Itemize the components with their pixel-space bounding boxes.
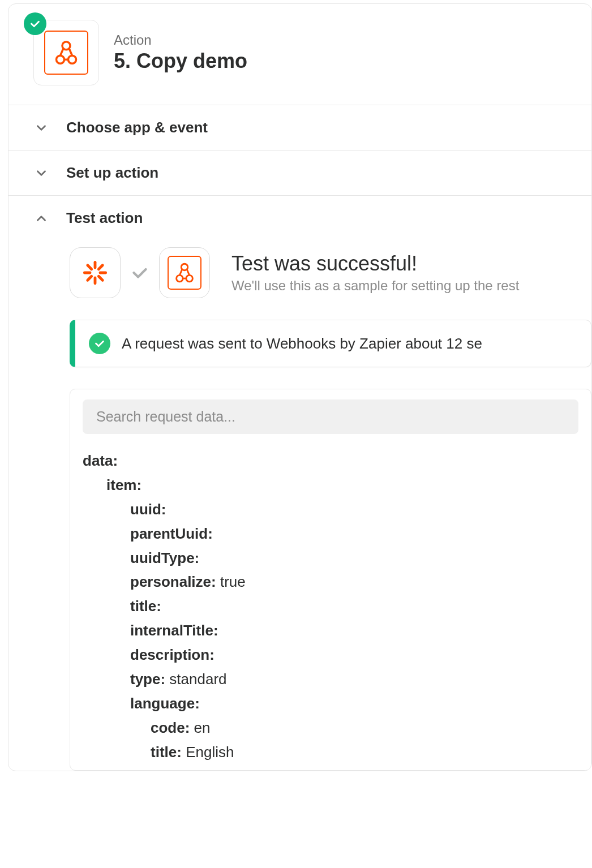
svg-rect-10 <box>97 274 105 282</box>
data-panel: data: item: uuid: parentUuid: uuidType: … <box>70 389 591 771</box>
svg-rect-7 <box>97 263 105 271</box>
success-badge <box>24 12 46 35</box>
test-body: Test was successful! We'll use this as a… <box>8 240 591 771</box>
test-text: Test was successful! We'll use this as a… <box>231 252 519 294</box>
svg-rect-5 <box>83 272 92 274</box>
svg-point-1 <box>68 55 76 63</box>
svg-point-2 <box>62 42 70 50</box>
svg-rect-9 <box>85 263 93 271</box>
svg-rect-8 <box>85 274 93 282</box>
chevron-down-icon <box>33 120 49 136</box>
tree-row: language: <box>83 691 578 716</box>
section-choose-head[interactable]: Choose app & event <box>8 105 591 150</box>
check-icon <box>130 263 150 283</box>
search-input[interactable] <box>96 409 565 425</box>
svg-point-11 <box>177 275 183 282</box>
action-card-header: Action 5. Copy demo <box>8 4 591 105</box>
section-setup-action: Set up action <box>8 150 591 195</box>
webhook-app-pill <box>159 247 210 298</box>
tree-row: data: <box>83 449 578 473</box>
svg-rect-4 <box>94 277 97 285</box>
tree-row: title: <box>83 594 578 618</box>
apps-row: Test was successful! We'll use this as a… <box>70 247 591 298</box>
svg-rect-6 <box>99 272 108 274</box>
tree-row: code: en <box>83 716 578 740</box>
zapier-app-pill <box>70 247 121 298</box>
header-text: Action 5. Copy demo <box>114 32 247 73</box>
svg-rect-3 <box>94 261 97 269</box>
section-choose-app-event: Choose app & event <box>8 105 591 150</box>
app-icon-container <box>33 20 99 85</box>
zapier-icon <box>80 258 110 287</box>
webhook-app-icon <box>44 31 88 75</box>
tree-row: item: <box>83 473 578 497</box>
tree-row: uuid: <box>83 497 578 522</box>
webhook-app-inner <box>168 256 201 290</box>
svg-point-13 <box>181 264 188 270</box>
section-test-action: Test action <box>8 195 591 771</box>
action-title: 5. Copy demo <box>114 49 247 73</box>
banner-text: A request was sent to Webhooks by Zapier… <box>122 335 482 353</box>
tree-row: description: <box>83 643 578 667</box>
section-test-title: Test action <box>66 209 143 227</box>
check-icon <box>29 18 41 30</box>
section-choose-title: Choose app & event <box>66 119 208 136</box>
svg-point-12 <box>186 275 193 282</box>
data-tree: data: item: uuid: parentUuid: uuidType: … <box>70 434 591 770</box>
tree-row: internalTitle: <box>83 618 578 643</box>
search-wrap <box>83 399 578 434</box>
banner-check-circle <box>89 333 110 354</box>
test-heading: Test was successful! <box>231 252 519 276</box>
section-test-head[interactable]: Test action <box>8 196 591 240</box>
test-subheading: We'll use this as a sample for setting u… <box>231 278 519 294</box>
section-setup-head[interactable]: Set up action <box>8 151 591 195</box>
webhook-icon <box>171 260 198 286</box>
svg-point-0 <box>57 55 65 63</box>
check-icon <box>93 337 106 350</box>
action-card: Action 5. Copy demo Choose app & event S… <box>8 3 592 771</box>
webhook-icon <box>50 37 82 68</box>
action-label: Action <box>114 32 247 48</box>
chevron-down-icon <box>33 165 49 181</box>
tree-row: title: English <box>83 740 578 764</box>
chevron-up-icon <box>33 210 49 226</box>
check-separator <box>128 263 151 283</box>
success-banner: A request was sent to Webhooks by Zapier… <box>70 320 591 367</box>
tree-row: personalize: true <box>83 570 578 594</box>
tree-row: type: standard <box>83 667 578 691</box>
tree-row: uuidType: <box>83 546 578 570</box>
section-setup-title: Set up action <box>66 164 158 182</box>
tree-row: parentUuid: <box>83 522 578 546</box>
